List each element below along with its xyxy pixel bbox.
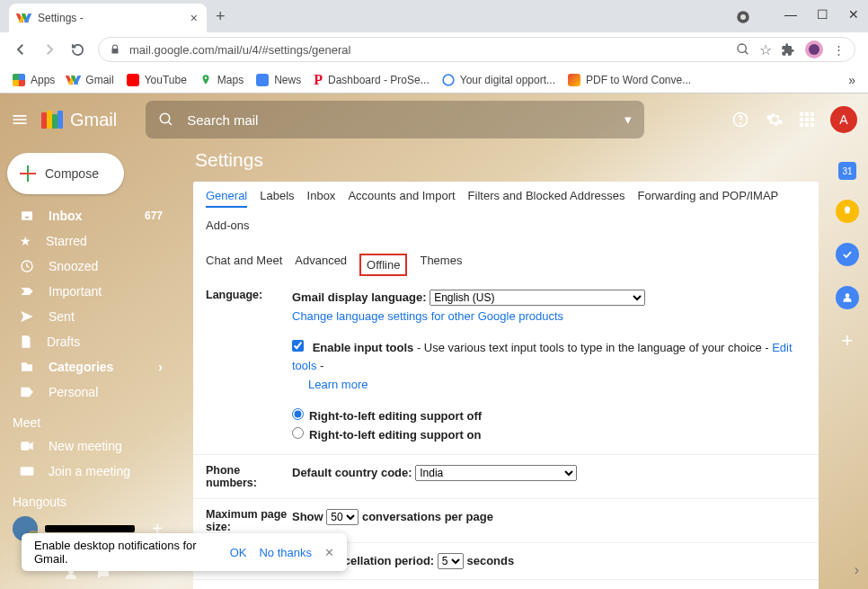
sidebar-item-personal[interactable]: Personal xyxy=(0,379,175,405)
input-tools-learn-more-link[interactable]: Learn more xyxy=(308,378,368,391)
important-icon xyxy=(20,286,34,297)
tab-offline[interactable]: Offline xyxy=(359,254,407,276)
side-panel-collapse-icon[interactable]: › xyxy=(855,562,859,578)
enable-input-tools-label: Enable input tools xyxy=(313,341,414,354)
gmail-logo[interactable]: Gmail xyxy=(41,110,117,130)
profile-indicator-icon[interactable] xyxy=(735,9,751,25)
back-icon[interactable] xyxy=(13,41,29,58)
keyboard-icon xyxy=(20,466,34,477)
search-options-icon[interactable]: ▾ xyxy=(624,112,632,128)
language-label: Language: xyxy=(206,289,292,445)
send-icon xyxy=(20,309,34,324)
forward-icon[interactable] xyxy=(41,41,58,58)
svg-point-7 xyxy=(160,113,170,123)
toast-no-thanks-button[interactable]: No thanks xyxy=(259,546,312,559)
bookmark-digital[interactable]: Your digital opport... xyxy=(442,74,555,86)
hangouts-contacts-icon[interactable] xyxy=(63,566,79,582)
google-apps-icon[interactable] xyxy=(800,112,814,127)
settings-title: Settings xyxy=(193,146,819,182)
addon-add-icon[interactable]: + xyxy=(842,329,854,353)
sidebar-item-important[interactable]: Important xyxy=(0,279,175,304)
google-icon xyxy=(442,74,455,86)
tab-themes[interactable]: Themes xyxy=(420,254,462,276)
tab-filters[interactable]: Filters and Blocked Addresses xyxy=(468,189,625,208)
compose-button[interactable]: Compose xyxy=(7,153,124,194)
bookmark-news[interactable]: News xyxy=(256,74,301,86)
close-tab-icon[interactable]: × xyxy=(190,11,198,25)
sidebar-item-drafts[interactable]: Drafts xyxy=(0,329,175,354)
sidebar-item-starred[interactable]: ★Starred xyxy=(0,228,175,254)
main-menu-icon[interactable] xyxy=(11,111,29,129)
sidebar-item-inbox[interactable]: Inbox 677 xyxy=(0,203,175,228)
calendar-icon[interactable]: 31 xyxy=(838,162,856,180)
toast-ok-button[interactable]: OK xyxy=(230,546,247,559)
bookmark-dashboard[interactable]: PDashboard - ProSe... xyxy=(314,72,430,88)
window-maximize-icon[interactable]: ☐ xyxy=(817,7,828,22)
svg-point-13 xyxy=(846,293,850,298)
rtl-on-option[interactable]: Right-to-left editing support on xyxy=(292,428,481,442)
account-avatar[interactable]: A xyxy=(830,106,857,133)
tab-forwarding[interactable]: Forwarding and POP/IMAP xyxy=(637,189,778,208)
tab-labels[interactable]: Labels xyxy=(260,189,294,208)
label-icon xyxy=(20,386,34,398)
sidebar-item-sent[interactable]: Sent xyxy=(0,304,175,329)
rtl-off-option[interactable]: Right-to-left editing support off xyxy=(292,409,482,423)
change-language-link[interactable]: Change language settings for other Googl… xyxy=(292,309,563,323)
tab-general[interactable]: General xyxy=(206,189,247,208)
bookmark-star-icon[interactable]: ☆ xyxy=(759,41,772,58)
bookmark-maps[interactable]: Maps xyxy=(199,74,244,86)
bookmark-apps[interactable]: Apps xyxy=(13,74,55,86)
tasks-icon[interactable] xyxy=(836,243,859,266)
bookmark-pdf[interactable]: PDF to Word Conve... xyxy=(568,74,691,86)
meet-section-title: Meet xyxy=(0,405,175,433)
search-placeholder: Search mail xyxy=(187,112,612,128)
svg-point-14 xyxy=(68,568,74,574)
sidebar-item-snoozed[interactable]: Snoozed xyxy=(0,254,175,279)
tab-chat[interactable]: Chat and Meet xyxy=(206,254,282,276)
tab-advanced[interactable]: Advanced xyxy=(295,254,347,276)
window-minimize-icon[interactable]: — xyxy=(784,7,797,22)
tab-addons[interactable]: Add-ons xyxy=(206,219,249,232)
toast-close-icon[interactable]: ✕ xyxy=(324,546,334,559)
address-field[interactable]: mail.google.com/mail/u/4/#settings/gener… xyxy=(98,37,855,62)
pdf-icon xyxy=(568,74,580,86)
settings-gear-icon[interactable] xyxy=(766,111,784,129)
extensions-icon[interactable] xyxy=(781,42,795,57)
tab-inbox[interactable]: Inbox xyxy=(307,189,336,208)
new-tab-button[interactable]: + xyxy=(216,7,226,26)
bookmark-gmail[interactable]: Gmail xyxy=(67,74,113,86)
profile-avatar-icon[interactable] xyxy=(804,40,824,59)
search-icon xyxy=(158,112,174,128)
page-size-select[interactable]: 50 xyxy=(326,509,359,525)
sidebar-item-join-meeting[interactable]: Join a meeting xyxy=(0,459,175,484)
keep-icon[interactable] xyxy=(836,200,859,223)
search-box[interactable]: Search mail ▾ xyxy=(146,101,644,138)
sidebar-item-categories[interactable]: Categories› xyxy=(0,354,175,379)
sidebar: Compose Inbox 677 ★Starred Snoozed Impor… xyxy=(0,146,175,545)
enable-input-tools-checkbox[interactable] xyxy=(292,340,304,352)
lock-icon xyxy=(110,43,120,56)
bookmark-overflow-icon[interactable]: » xyxy=(848,73,855,87)
country-code-select[interactable]: India xyxy=(415,465,577,481)
hangouts-chat-icon[interactable] xyxy=(95,566,111,582)
hangouts-footer xyxy=(63,566,111,582)
browser-menu-icon[interactable]: ⋮ xyxy=(833,43,844,57)
tab-accounts[interactable]: Accounts and Import xyxy=(348,189,455,208)
zoom-icon[interactable] xyxy=(736,42,750,57)
video-icon xyxy=(20,441,34,451)
window-close-icon[interactable]: ✕ xyxy=(848,7,859,22)
app-header: Gmail Search mail ▾ A xyxy=(0,94,868,146)
reload-icon[interactable] xyxy=(70,42,85,58)
display-language-select[interactable]: English (US) xyxy=(430,290,645,306)
expand-icon: › xyxy=(158,360,163,374)
contacts-icon[interactable] xyxy=(836,286,859,309)
hangouts-section-title: Hangouts xyxy=(0,484,175,513)
support-icon[interactable] xyxy=(731,111,749,129)
sidebar-item-new-meeting[interactable]: New meeting xyxy=(0,433,175,459)
bookmark-youtube[interactable]: YouTube xyxy=(127,74,187,86)
svg-point-2 xyxy=(738,44,746,52)
browser-tab[interactable]: Settings - × xyxy=(9,4,207,32)
undo-period-select[interactable]: 5 xyxy=(438,553,464,569)
clock-icon xyxy=(20,259,34,273)
url-text: mail.google.com/mail/u/4/#settings/gener… xyxy=(129,43,727,57)
